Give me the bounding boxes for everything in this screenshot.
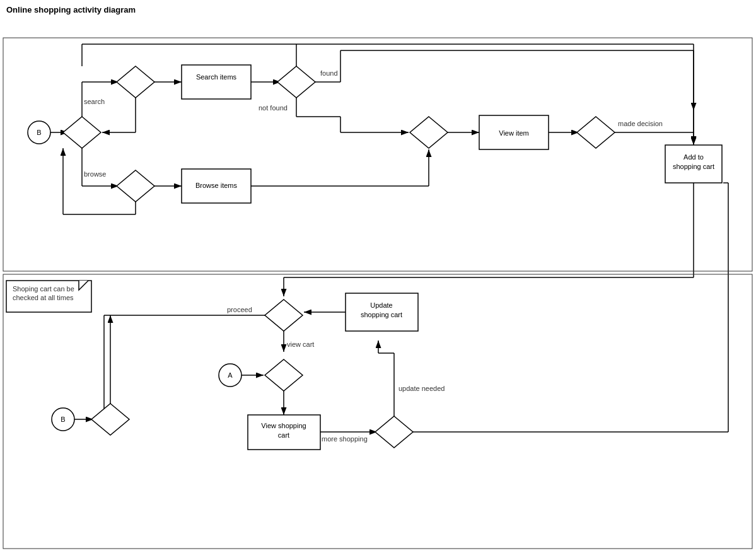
found-label: found <box>320 69 338 77</box>
browse-items-label: Browse items <box>195 182 238 189</box>
add-to-cart-label: Add to <box>683 153 704 161</box>
diagram-container: Online shopping activity diagram B searc… <box>0 0 756 553</box>
proceed-label: proceed <box>227 306 252 313</box>
update-cart-label2: shopping cart <box>361 311 402 318</box>
main-fork-diamond <box>63 117 101 148</box>
view-cart-diamond <box>265 359 303 391</box>
search-label: search <box>84 98 105 105</box>
view-cart-label-text: view cart <box>287 341 314 348</box>
connector-a-label: A <box>228 371 233 379</box>
not-found-label: not found <box>259 104 288 112</box>
view-shopping-cart-label1: View shopping <box>261 422 306 429</box>
connector-b-bottom-label: B <box>61 416 65 423</box>
search-decision-diamond <box>117 66 154 98</box>
view-item-label: View item <box>499 129 528 137</box>
more-shopping-label: more shopping <box>322 435 368 443</box>
note-text1: Shoping cart can be <box>13 285 74 293</box>
update-needed-label: update needed <box>398 385 445 392</box>
bottom-left-diamond <box>91 404 129 435</box>
made-decision-label: made decision <box>618 120 663 127</box>
made-decision-diamond <box>577 117 615 148</box>
update-cart-label1: Update <box>370 301 392 309</box>
note-text2: checked at all times <box>13 294 74 301</box>
browse-diamond <box>117 170 154 202</box>
top-section-border <box>3 38 752 271</box>
browse-label: browse <box>84 170 106 178</box>
connector-b-top-label: B <box>37 129 41 136</box>
view-item-entry-diamond <box>410 117 448 148</box>
view-shopping-cart-label2: cart <box>278 431 289 439</box>
proceed-diamond <box>265 300 303 331</box>
more-shopping-diamond <box>375 416 413 448</box>
search-items-label: Search items <box>196 73 237 81</box>
search-items-box <box>182 65 251 99</box>
add-to-cart-label2: shopping cart <box>673 163 714 170</box>
found-diamond <box>277 66 315 98</box>
